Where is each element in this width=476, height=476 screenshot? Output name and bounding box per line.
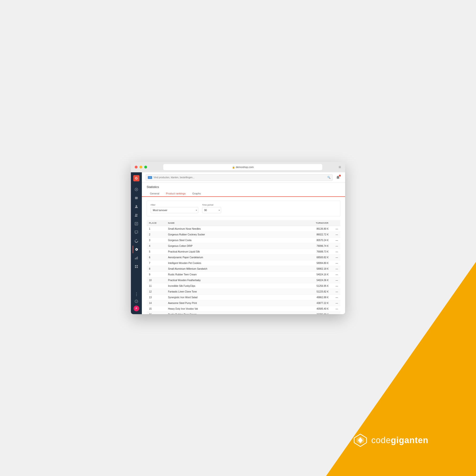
sidebar: G [131, 172, 142, 314]
content-area: Filter Most turnover Time period [142, 197, 345, 314]
top-bar: ▾ 🔍 [142, 172, 345, 183]
reports-icon[interactable] [133, 220, 140, 227]
address-bar[interactable]: 🔒 demoshop.com [163, 164, 322, 170]
cell-action[interactable]: — [331, 243, 340, 249]
cell-action[interactable]: — [331, 283, 340, 289]
minimize-button[interactable] [139, 166, 142, 169]
notification-badge [339, 175, 341, 177]
maximize-button[interactable] [144, 166, 147, 169]
col-actions [331, 220, 340, 226]
cell-action[interactable]: — [331, 226, 340, 232]
svg-text:?: ? [136, 300, 137, 303]
table-row: 16 Rustic Rubber Teen Cream 33785.89 € — [147, 312, 340, 314]
cell-place: 9 [147, 272, 166, 277]
table-row: 3 Gorgeous Steel Coola 80570.24 € — [147, 238, 340, 243]
cell-place: 15 [147, 306, 166, 312]
cell-action[interactable]: — [331, 238, 340, 243]
table-row: 2 Gorgeous Rubber Cockney Sucker 86022.7… [147, 232, 340, 238]
cell-action[interactable]: — [331, 289, 340, 295]
svg-rect-14 [135, 258, 136, 259]
close-button[interactable] [135, 166, 137, 169]
lock-icon: 🔒 [232, 166, 235, 169]
team-icon[interactable] [133, 211, 140, 219]
cell-place: 1 [147, 226, 166, 232]
cell-name: Awesome Steel Pursy Print [166, 300, 302, 306]
brand-logo-icon [353, 433, 368, 447]
filter-select-wrapper: Most turnover [151, 207, 198, 213]
cell-place: 10 [147, 277, 166, 283]
analytics-icon[interactable] [133, 254, 140, 262]
cell-turnover: 86136.80 € [302, 226, 331, 232]
messages-icon[interactable] [133, 228, 140, 236]
search-input[interactable] [153, 176, 326, 179]
time-period-group: Time period 90 [202, 204, 221, 213]
svg-point-9 [136, 214, 137, 215]
table-row: 14 Awesome Steel Pursy Print 43877.22 € … [147, 300, 340, 306]
search-icon[interactable]: 🔍 [327, 176, 331, 179]
table-row: 10 Practical Wooden Featherbaby 54024.36… [147, 277, 340, 283]
cell-turnover: 58994.80 € [302, 260, 331, 266]
sidebar-logo[interactable]: G [133, 175, 139, 182]
col-name: Name [166, 220, 302, 226]
grid-icon[interactable] [133, 263, 140, 270]
svg-rect-19 [135, 267, 136, 268]
cell-action[interactable]: — [331, 272, 340, 277]
cell-name: Heavy Duty Iron Voodoo Vat [166, 306, 302, 312]
filter-select[interactable]: Most turnover [151, 207, 198, 213]
help-icon[interactable]: ? [133, 298, 140, 305]
sidebar-more [136, 291, 137, 297]
dashboard-icon[interactable] [133, 186, 140, 193]
cell-action[interactable]: — [331, 300, 340, 306]
filter-group: Filter Most turnover [151, 204, 198, 213]
cell-turnover: 40585.40 € [302, 306, 331, 312]
browser-window: 🔒 demoshop.com ≡ G [131, 162, 345, 314]
cell-place: 4 [147, 243, 166, 249]
avatar[interactable]: P [134, 306, 139, 311]
cell-place: 8 [147, 266, 166, 272]
cell-action[interactable]: — [331, 266, 340, 272]
cell-action[interactable]: — [331, 306, 340, 312]
sync-icon[interactable] [133, 237, 140, 245]
search-bar[interactable]: ▾ 🔍 [146, 174, 333, 181]
cell-place: 6 [147, 255, 166, 260]
table-row: 8 Small Aluminium Millenium Sandwich 589… [147, 266, 340, 272]
cell-place: 3 [147, 238, 166, 243]
menu-icon[interactable]: ≡ [339, 165, 341, 170]
time-period-select[interactable]: 90 [202, 207, 221, 213]
cell-turnover: 68500.82 € [302, 255, 331, 260]
cell-turnover: 51256.95 € [302, 283, 331, 289]
cell-turnover: 80570.24 € [302, 238, 331, 243]
cell-turnover: 51225.82 € [302, 289, 331, 295]
table-header-row: Place Name Turnover [147, 220, 340, 226]
svg-rect-20 [136, 267, 138, 268]
filter-label: Filter [151, 204, 198, 206]
cell-action[interactable]: — [331, 277, 340, 283]
notification-button[interactable] [335, 174, 341, 181]
settings-icon[interactable] [133, 246, 140, 253]
cell-turnover: 43877.22 € [302, 300, 331, 306]
cell-action[interactable]: — [331, 260, 340, 266]
cell-name: Fantastic Linen Clone Tone [166, 289, 302, 295]
filter-row: Filter Most turnover Time period [151, 204, 336, 213]
cell-place: 5 [147, 249, 166, 255]
cell-action[interactable]: — [331, 249, 340, 255]
svg-point-6 [136, 189, 137, 190]
cell-turnover: 58902.18 € [302, 266, 331, 272]
cell-action[interactable]: — [331, 295, 340, 300]
brand-footer: codegiganten [353, 433, 428, 447]
table-row: 1 Small Aluminum Nose Needles 86136.80 €… [147, 226, 340, 232]
shop-icon[interactable] [133, 194, 140, 202]
svg-text:G: G [135, 176, 138, 180]
table-row: 7 Intelligent Wooden Pet Cookies 58994.8… [147, 260, 340, 266]
cell-place: 14 [147, 300, 166, 306]
svg-rect-18 [136, 265, 138, 266]
tab-graphs[interactable]: Graphs [189, 191, 204, 197]
cell-action[interactable]: — [331, 232, 340, 238]
cell-action[interactable]: — [331, 255, 340, 260]
tab-product-rankings[interactable]: Product rankings [163, 191, 189, 197]
svg-point-8 [136, 214, 136, 215]
cell-action[interactable]: — [331, 312, 340, 314]
user-icon[interactable] [133, 203, 140, 210]
table-row: 11 Incredible Silk FunkyClips 51256.95 €… [147, 283, 340, 289]
tab-general[interactable]: General [147, 191, 163, 197]
